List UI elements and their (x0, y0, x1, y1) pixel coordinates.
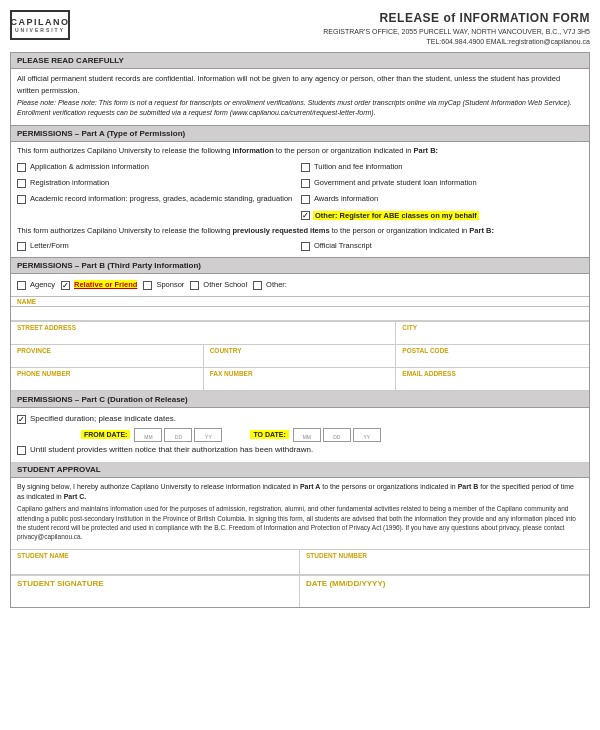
pb-check-relative[interactable] (61, 281, 70, 290)
read-carefully-body: All official permanent student records a… (17, 73, 583, 96)
previously-text: This form authorizes Capilano University… (17, 226, 583, 237)
phone-input[interactable] (11, 378, 203, 390)
email-input[interactable] (396, 378, 589, 390)
registrar-info: REGISTRAR'S OFFICE, 2055 PURCELL WAY, NO… (323, 27, 590, 37)
student-name-input[interactable] (11, 560, 299, 574)
perm-a-other: Other: Register for ABE classes on my be… (301, 210, 583, 220)
perm-a-item-5: Government and private student loan info… (301, 178, 583, 188)
permissions-a-right: Tuition and fee information Government a… (301, 160, 583, 222)
prev-check-1[interactable] (17, 242, 26, 251)
approval-para2: Capilano gathers and maintains informati… (17, 504, 583, 540)
permissions-a-header: PERMISSIONS – Part A (Type of Permission… (11, 126, 589, 142)
address-row: STREET ADDRESS CITY (11, 322, 589, 345)
prev-label-1: Letter/Form (30, 241, 69, 250)
signature-label: STUDENT SIGNATURE (17, 579, 293, 588)
approval-para1: By signing below, I hereby authorize Cap… (17, 482, 583, 502)
city-label: CITY (396, 322, 589, 332)
date-from-row: FROM DATE: MM DD YY TO DATE: MM DD (17, 428, 583, 442)
fax-block: FAX NUMBER (204, 368, 397, 391)
pb-check-other[interactable] (253, 281, 262, 290)
date-block: DATE (MM/DD/YYYY) (300, 576, 589, 607)
student-number-input[interactable] (300, 560, 589, 574)
page-header: CAPILANO UNIVERSITY RELEASE of INFORMATI… (10, 10, 590, 46)
permissions-b-header: PERMISSIONS – Part B (Third Party Inform… (11, 258, 589, 274)
perm-a-check-2[interactable] (17, 179, 26, 188)
specified-check[interactable] (17, 415, 26, 424)
perm-a-check-3[interactable] (17, 195, 26, 204)
note-text: Please note: This form is not a request … (17, 99, 572, 117)
header-info: RELEASE of INFORMATION FORM REGISTRAR'S … (323, 10, 590, 46)
street-input[interactable] (11, 332, 395, 344)
postal-input[interactable] (396, 355, 589, 367)
perm-a-label-6: Awards information (314, 194, 378, 203)
city-block: CITY (396, 322, 589, 345)
perm-a-item-4: Tuition and fee information (301, 162, 583, 172)
prev-left: Letter/Form (17, 239, 299, 253)
perm-a-item-3: Academic record information: progress, g… (17, 194, 299, 204)
perm-a-label-4: Tuition and fee information (314, 162, 403, 171)
name-input[interactable] (11, 307, 589, 321)
from-mm-box[interactable]: MM (134, 428, 162, 442)
province-row: PROVINCE COUNTRY POSTAL CODE (11, 345, 589, 368)
pb-check-other-school[interactable] (190, 281, 199, 290)
email-block: EMAIL ADDRESS (396, 368, 589, 391)
signature-input[interactable] (17, 588, 293, 604)
from-dd-label: DD (165, 434, 191, 441)
prev-item-1: Letter/Form (17, 241, 299, 251)
part-b-checkboxes: Agency Relative or Friend Sponsor Other … (11, 274, 589, 297)
perm-a-item-6: Awards information (301, 194, 583, 204)
fax-label: FAX NUMBER (204, 368, 396, 378)
to-yy-box[interactable]: YY (353, 428, 381, 442)
from-mm-label: MM (135, 434, 161, 441)
student-number-block: STUDENT NUMBER (300, 550, 589, 574)
province-label: PROVINCE (11, 345, 203, 355)
form-container: PLEASE READ CAREFULLY All official perma… (10, 52, 590, 607)
fax-input[interactable] (204, 378, 396, 390)
perm-a-item-1: Application & admission information (17, 162, 299, 172)
province-block: PROVINCE (11, 345, 204, 368)
perm-a-check-1[interactable] (17, 163, 26, 172)
pb-check-sponsor[interactable] (143, 281, 152, 290)
read-carefully-header: PLEASE READ CAREFULLY (11, 53, 589, 69)
phone-block: PHONE NUMBER (11, 368, 204, 391)
from-dd-box[interactable]: DD (164, 428, 192, 442)
read-carefully-content: All official permanent student records a… (11, 69, 589, 126)
pb-label-other: Other: (266, 280, 287, 289)
until-text: Until student provides written notice th… (30, 445, 313, 454)
prev-check-2[interactable] (301, 242, 310, 251)
from-date-label: FROM DATE: (81, 430, 130, 439)
country-input[interactable] (204, 355, 396, 367)
perm-a-check-other[interactable] (301, 211, 310, 220)
perm-a-other-text: Other: Register for ABE classes on my be… (313, 211, 479, 220)
to-dd-label: DD (324, 434, 350, 441)
pb-label-relative: Relative or Friend (74, 280, 137, 289)
pb-label-other-school: Other School (203, 280, 247, 289)
signature-block: STUDENT SIGNATURE (11, 576, 300, 607)
email-label: EMAIL ADDRESS (396, 368, 589, 378)
city-input[interactable] (396, 332, 589, 344)
pb-sponsor: Sponsor (143, 280, 184, 290)
student-name-label: STUDENT NAME (11, 550, 299, 560)
permissions-c-header: PERMISSIONS – Part C (Duration of Releas… (11, 392, 589, 408)
perm-a-check-6[interactable] (301, 195, 310, 204)
until-check[interactable] (17, 446, 26, 455)
logo-text: CAPILANO (11, 17, 70, 27)
note-bold: Please note: (17, 99, 58, 106)
perm-a-check-5[interactable] (301, 179, 310, 188)
date-input[interactable] (306, 588, 583, 604)
to-dd-box[interactable]: DD (323, 428, 351, 442)
date-label: DATE (MM/DD/YYYY) (306, 579, 583, 588)
street-block: STREET ADDRESS (11, 322, 396, 345)
pb-label-sponsor: Sponsor (156, 280, 184, 289)
permissions-a-left: Application & admission information Regi… (17, 160, 299, 222)
perm-a-label-5: Government and private student loan info… (314, 178, 477, 187)
pb-check-agency[interactable] (17, 281, 26, 290)
contact-info: TEL:604.984.4900 EMAIL:registration@capi… (323, 37, 590, 47)
phone-row: PHONE NUMBER FAX NUMBER EMAIL ADDRESS (11, 368, 589, 392)
to-yy-label: YY (354, 434, 380, 441)
to-mm-box[interactable]: MM (293, 428, 321, 442)
prev-item-2: Official Transcript (301, 241, 583, 251)
province-input[interactable] (11, 355, 203, 367)
perm-a-check-4[interactable] (301, 163, 310, 172)
from-yy-box[interactable]: YY (194, 428, 222, 442)
